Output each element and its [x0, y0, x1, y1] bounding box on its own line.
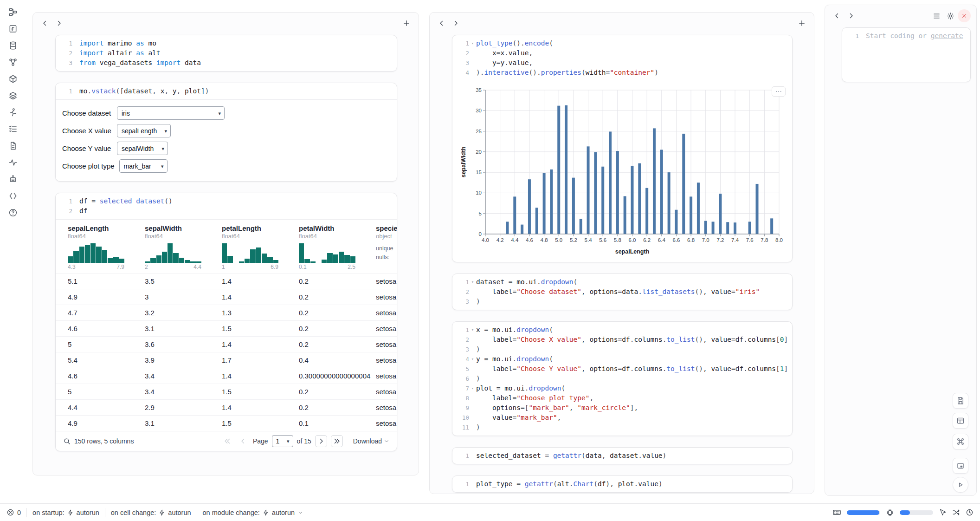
packages-icon[interactable]: [6, 74, 20, 84]
add-cell-icon[interactable]: [400, 17, 413, 30]
code-line[interactable]: 1selected_dataset = getattr(data, datase…: [455, 451, 787, 461]
scratchpad-editor[interactable]: 1 Start coding or generate with AI: [842, 28, 970, 44]
code-line[interactable]: 2 label="Choose dataset", options=data.l…: [455, 287, 787, 297]
column-histogram[interactable]: [222, 243, 278, 263]
on-module-change-mode[interactable]: on module change: autorun: [203, 509, 303, 516]
search-icon[interactable]: [63, 437, 71, 445]
chart-menu-icon[interactable]: [772, 86, 786, 97]
logs-icon[interactable]: [6, 124, 20, 134]
dataset-select[interactable]: iris: [117, 106, 225, 120]
code-editor-vstack[interactable]: 1mo.vstack([dataset, x, y, plot]): [56, 83, 397, 99]
close-icon[interactable]: [958, 9, 971, 22]
table-row[interactable]: 53.41.50.2setosa: [56, 384, 397, 399]
tracing-icon[interactable]: [6, 158, 20, 167]
y-value-select[interactable]: sepalWidth: [117, 142, 168, 155]
next-page-icon[interactable]: [315, 435, 327, 447]
fold-chevron-icon[interactable]: ▾: [469, 384, 476, 393]
column-header[interactable]: sepalWidthfloat6424.4: [145, 220, 222, 273]
file-explorer-icon[interactable]: [6, 7, 20, 17]
code-line[interactable]: 8 label="Choose plot type",: [455, 393, 787, 403]
first-page-icon[interactable]: [221, 435, 233, 447]
page-select[interactable]: 1: [272, 435, 293, 447]
column-histogram[interactable]: [68, 243, 124, 263]
on-cell-change-mode[interactable]: on cell change: autorun: [111, 509, 191, 516]
table-row[interactable]: 4.931.40.2setosa: [56, 289, 397, 305]
code-line[interactable]: 1mo.vstack([dataset, x, y, plot]): [58, 86, 392, 96]
code-line[interactable]: 2import altair as alt: [58, 48, 392, 58]
code-line[interactable]: 1import marimo as mo: [58, 39, 392, 48]
code-line[interactable]: 2df: [58, 206, 392, 216]
code-editor-dataset[interactable]: 1▾dataset = mo.ui.dropdown(2 label="Choo…: [452, 274, 792, 310]
code-line[interactable]: 11): [455, 423, 787, 432]
run-button[interactable]: [953, 477, 968, 493]
fold-chevron-icon[interactable]: ▾: [469, 277, 476, 287]
keyboard-icon[interactable]: [832, 508, 841, 517]
column-header[interactable]: sepalLengthfloat644.37.9: [68, 220, 145, 273]
prev-page-icon[interactable]: [237, 435, 249, 447]
clock-icon[interactable]: [966, 508, 974, 516]
code-line[interactable]: 3from vega_datasets import data: [58, 58, 392, 68]
table-row[interactable]: 4.63.41.40.30000000000000004setosa: [56, 368, 397, 384]
column-header[interactable]: petalWidthfloat640.12.5: [299, 220, 376, 273]
fold-chevron-icon[interactable]: ▾: [469, 39, 476, 48]
code-line[interactable]: 9 options=["mark_bar", "mark_circle"],: [455, 403, 787, 413]
code-editor-dataframe[interactable]: 1df = selected_dataset()2df: [56, 193, 397, 219]
download-button[interactable]: Download: [353, 437, 389, 445]
code-line[interactable]: 3 y=y.value,: [455, 58, 787, 68]
shuffle-icon[interactable]: [952, 508, 960, 516]
code-line[interactable]: 7▾plot = mo.ui.dropdown(: [455, 384, 787, 393]
code-line[interactable]: 1df = selected_dataset(): [58, 196, 392, 206]
code-line[interactable]: 4).interactive().properties(width="conta…: [455, 68, 787, 78]
runtime-icon[interactable]: [6, 108, 20, 117]
code-line[interactable]: 4▾y = mo.ui.dropdown(: [455, 354, 787, 364]
generate-ai-link[interactable]: generate: [931, 32, 963, 39]
help-icon[interactable]: [6, 208, 20, 217]
column-histogram[interactable]: [145, 243, 201, 263]
altair-chart[interactable]: 4.04.24.44.64.85.05.25.45.65.86.06.26.46…: [459, 84, 787, 257]
chevron-left-icon[interactable]: [831, 9, 844, 22]
code-editor-plot-type[interactable]: 1plot_type = getattr(alt.Chart(df), plot…: [452, 476, 792, 492]
errors-indicator[interactable]: 0: [6, 508, 21, 516]
code-line[interactable]: 1▾dataset = mo.ui.dropdown(: [455, 277, 787, 287]
table-row[interactable]: 4.42.91.40.2setosa: [56, 399, 397, 415]
chat-icon[interactable]: [6, 175, 20, 184]
chevron-right-icon[interactable]: [845, 9, 858, 22]
fold-chevron-icon[interactable]: ▾: [469, 325, 476, 335]
outline-icon[interactable]: [6, 91, 20, 100]
code-editor-chart[interactable]: 1▾plot_type().encode(2 x=x.value,3 y=y.v…: [452, 35, 792, 81]
code-editor-xy[interactable]: 1▾x = mo.ui.dropdown(2 label="Choose X v…: [452, 322, 792, 436]
code-line[interactable]: 6): [455, 374, 787, 384]
code-line[interactable]: 10 value="mark_bar",: [455, 413, 787, 423]
table-row[interactable]: 4.73.21.30.2setosa: [56, 305, 397, 320]
add-cell-icon[interactable]: [795, 17, 808, 30]
chevron-right-icon[interactable]: [449, 17, 462, 30]
code-line[interactable]: 2 x=x.value,: [455, 48, 787, 58]
code-editor-selected-dataset[interactable]: 1selected_dataset = getattr(data, datase…: [452, 448, 792, 464]
column-histogram[interactable]: [299, 243, 355, 263]
gear-icon[interactable]: [944, 9, 957, 22]
code-line[interactable]: 3): [455, 345, 787, 354]
code-editor-imports[interactable]: 1import marimo as mo2import altair as al…: [56, 35, 397, 71]
table-row[interactable]: 4.93.11.50.1setosa: [56, 415, 397, 431]
chevron-left-icon[interactable]: [39, 17, 52, 30]
shortcuts-button[interactable]: [953, 434, 968, 449]
pointer-icon[interactable]: [939, 508, 947, 516]
chevron-left-icon[interactable]: [435, 17, 448, 30]
code-line[interactable]: 1plot_type = getattr(alt.Chart(df), plot…: [455, 479, 787, 489]
layout-button[interactable]: [953, 413, 968, 429]
table-row[interactable]: 5.13.51.40.2setosa: [56, 273, 397, 289]
code-line[interactable]: 1▾x = mo.ui.dropdown(: [455, 325, 787, 335]
code-line[interactable]: 2 label="Choose X value", options=df.col…: [455, 335, 787, 345]
plot-type-select[interactable]: mark_bar: [119, 159, 168, 173]
table-row[interactable]: 5.43.91.70.4setosa: [56, 352, 397, 368]
documentation-icon[interactable]: [6, 141, 20, 150]
variables-icon[interactable]: [6, 58, 20, 67]
marimo-file-icon[interactable]: [6, 24, 20, 33]
code-line[interactable]: 3): [455, 297, 787, 306]
console-button[interactable]: [953, 458, 968, 474]
save-button[interactable]: [953, 393, 968, 409]
snippets-icon[interactable]: [6, 191, 20, 201]
column-header[interactable]: petalLengthfloat6416.9: [222, 220, 299, 273]
datasources-icon[interactable]: [6, 41, 20, 50]
memory-icon[interactable]: [886, 508, 894, 517]
